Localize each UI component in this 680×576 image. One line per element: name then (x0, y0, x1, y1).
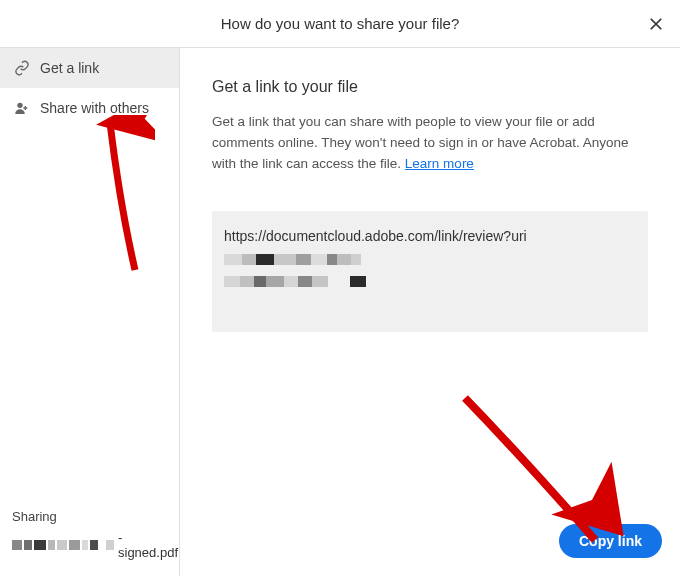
redacted-text (350, 276, 366, 287)
copy-link-button[interactable]: Copy link (559, 524, 662, 558)
redacted-text (12, 539, 98, 551)
learn-more-link[interactable]: Learn more (405, 156, 474, 171)
link-icon (14, 60, 30, 76)
redacted-text (224, 254, 361, 265)
sidebar-item-get-link[interactable]: Get a link (0, 48, 179, 88)
dialog-title: How do you want to share your file? (221, 15, 459, 32)
sidebar-item-share-others[interactable]: Share with others (0, 88, 179, 128)
dialog-body: Get a link Share with others Sharing (0, 48, 680, 576)
dialog-header: How do you want to share your file? (0, 0, 680, 48)
svg-point-0 (17, 103, 22, 108)
panel-description: Get a link that you can share with peopl… (212, 112, 648, 175)
sharing-label: Sharing (12, 509, 167, 524)
sidebar-item-label: Get a link (40, 60, 99, 76)
redacted-text (224, 276, 328, 287)
panel-title: Get a link to your file (212, 78, 648, 96)
share-url-field[interactable]: https://documentcloud.adobe.com/link/rev… (212, 211, 648, 332)
sidebar-nav: Get a link Share with others (0, 48, 179, 499)
url-text: https://documentcloud.adobe.com/link/rev… (224, 228, 527, 244)
close-button[interactable] (646, 14, 666, 34)
sidebar-item-label: Share with others (40, 100, 149, 116)
filename: -signed.pdf (12, 530, 167, 560)
sidebar: Get a link Share with others Sharing (0, 48, 180, 576)
sidebar-footer: Sharing -signed.pdf (0, 499, 179, 576)
redacted-text (106, 539, 114, 551)
filename-suffix: -signed.pdf (118, 530, 178, 560)
close-icon (649, 17, 663, 31)
main-panel: Get a link to your file Get a link that … (180, 48, 680, 576)
person-add-icon (14, 100, 30, 116)
